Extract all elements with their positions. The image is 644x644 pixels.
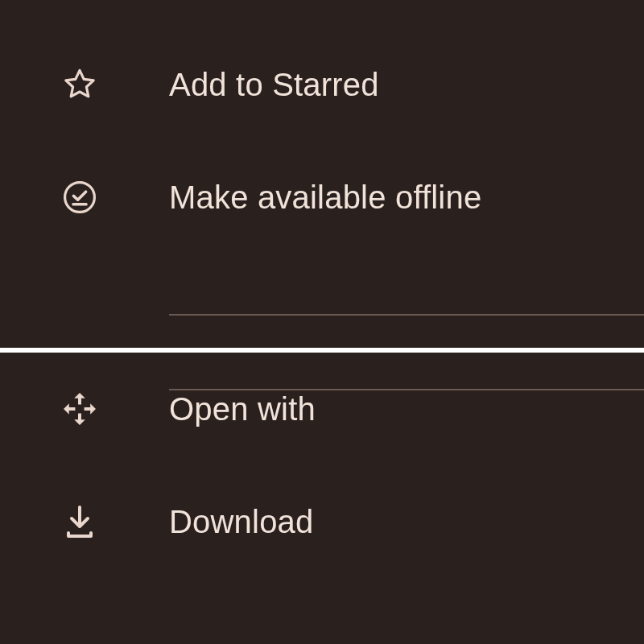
star-outline-icon [60,65,99,104]
menu-item-label: Download [169,504,314,540]
menu-item-download[interactable]: Download [0,465,644,578]
open-with-icon [60,390,99,428]
menu-item-label: Open with [169,391,316,427]
menu-divider [169,389,644,390]
menu-item-label: Add to Starred [169,67,379,103]
menu-divider [169,314,644,316]
download-icon [60,502,99,541]
menu-section-top: Add to Starred Make available offline [0,28,644,348]
menu-item-available-offline[interactable]: Make available offline [0,141,644,254]
offline-pin-icon [60,178,99,217]
menu-item-label: Make available offline [169,180,481,216]
menu-section-bottom: Open with Download [0,353,644,644]
menu-item-open-with[interactable]: Open with [0,353,644,465]
menu-item-add-to-starred[interactable]: Add to Starred [0,28,644,141]
